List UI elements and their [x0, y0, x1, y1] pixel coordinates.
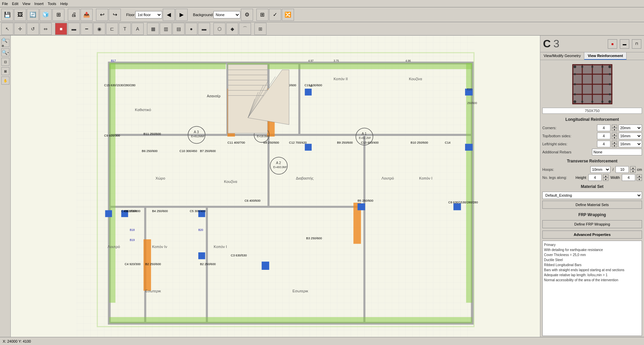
section-view-btn2[interactable]: ▬ — [620, 39, 629, 49]
background-select[interactable]: None — [213, 11, 240, 18]
select-btn[interactable]: ↖ — [1, 23, 13, 35]
redo-btn[interactable]: ↪ — [109, 9, 121, 21]
height-spinner[interactable]: ▲▼ — [603, 174, 608, 181]
column-btn[interactable]: ■ — [55, 23, 67, 35]
zoom-out-btn[interactable]: 🔍- — [1, 48, 9, 56]
3d-btn[interactable]: 🧊 — [40, 9, 52, 21]
main-area: 🔍+ 🔍- ⊡ ⊠ ✋ — [0, 36, 644, 337]
menu-bar: File Edit View Insert Tools Help — [0, 0, 644, 7]
undo-btn[interactable]: ↩ — [96, 9, 108, 21]
svg-rect-20 — [109, 317, 473, 323]
solid-btn[interactable]: ◆ — [226, 23, 238, 35]
twall-btn[interactable]: T — [119, 23, 131, 35]
navigate-btn[interactable]: 🔀 — [282, 9, 294, 21]
top-bottom-label: Top/bottom sides: — [542, 134, 596, 138]
column-number: 3 — [553, 38, 559, 50]
section-view-btn3[interactable]: ⊓ — [632, 39, 641, 49]
poly-btn[interactable]: ⬡ — [213, 23, 226, 35]
panel-tabs: View/Modify Geometry View Reinforcement — [540, 52, 644, 60]
tab-reinforcement[interactable]: View Reinforcement — [584, 52, 627, 60]
corners-spinner[interactable]: ▲▼ — [612, 125, 617, 131]
refresh-btn[interactable]: 🔄 — [27, 9, 39, 21]
top-bottom-value[interactable]: 4 — [597, 133, 610, 139]
svg-text:E=812MΜ²: E=812MΜ² — [191, 135, 204, 138]
section-view-btn1[interactable]: ■ — [608, 39, 617, 49]
left-right-spinner[interactable]: ▲▼ — [612, 141, 617, 147]
more-btn[interactable]: ⊞ — [254, 23, 266, 35]
hoops-select[interactable]: 10mm — [590, 166, 610, 173]
svg-text:Λουτρό: Λουτρό — [107, 245, 120, 249]
circle-btn[interactable]: ◉ — [93, 23, 105, 35]
ramp-btn[interactable]: ▤ — [172, 23, 185, 35]
menu-file[interactable]: File — [2, 2, 8, 6]
menu-view[interactable]: View — [22, 2, 31, 6]
slab-btn[interactable]: ▦ — [147, 23, 159, 35]
lwall-btn[interactable]: ⊏ — [106, 23, 118, 35]
material-select[interactable]: Default_Existing — [542, 192, 642, 199]
export-btn[interactable]: 📤 — [81, 9, 93, 21]
svg-text:B20: B20 — [198, 229, 203, 232]
view-btn1[interactable]: ⊞ — [256, 9, 268, 21]
width-value[interactable]: 4 — [622, 174, 635, 181]
menu-tools[interactable]: Tools — [48, 2, 56, 6]
corners-size-select[interactable]: 20mm — [618, 125, 642, 131]
corners-value[interactable]: 4 — [597, 125, 610, 131]
left-right-value[interactable]: 4 — [597, 141, 610, 147]
define-frp-btn[interactable]: Define FRP Wrapping — [542, 220, 642, 228]
rotate-btn[interactable]: ↺ — [27, 23, 39, 35]
floor-prev-btn[interactable]: ◀ — [163, 9, 175, 21]
zoom-in-btn[interactable]: 🔍+ — [1, 39, 9, 47]
pipe-btn[interactable]: ▬ — [198, 23, 210, 35]
grid-btn[interactable]: ⊞ — [52, 9, 64, 21]
floor-label: Floor — [126, 13, 135, 17]
view-btn2[interactable]: ✓ — [269, 9, 281, 21]
info-text: Primary With detailing for earthquake re… — [542, 241, 642, 336]
svg-text:Λουτρό: Λουτρό — [382, 176, 394, 180]
new-btn[interactable]: 💾 — [1, 9, 13, 21]
floor-select[interactable]: 1st floor — [135, 11, 162, 18]
menu-edit[interactable]: Edit — [12, 2, 18, 6]
toolbar-row2: ↖ ✛ ↺ ⇔ ■ ▬ ━ ◉ ⊏ T A ▦ ▥ ▤ ● ▬ ⬡ ◆ ⌒ ⊞ — [0, 22, 644, 36]
svg-rect-18 — [109, 63, 115, 303]
move-btn[interactable]: ✛ — [14, 23, 26, 35]
width-spinner[interactable]: ▲▼ — [637, 174, 642, 181]
menu-help[interactable]: Help — [60, 2, 68, 6]
top-bottom-spinner[interactable]: ▲▼ — [612, 133, 617, 139]
canvas-area[interactable]: C15 630/1530/280/280 B11 250/600 B34 B12… — [11, 36, 540, 337]
svg-text:Εσωτερικ: Εσωτερικ — [145, 289, 161, 293]
left-right-size-select[interactable]: 16mm — [618, 141, 642, 147]
svg-point-126 — [574, 100, 576, 103]
svg-point-121 — [609, 73, 611, 75]
beam-btn[interactable]: ━ — [81, 23, 93, 35]
height-value[interactable]: 4 — [588, 174, 602, 181]
menu-insert[interactable]: Insert — [34, 2, 44, 6]
mirror-btn[interactable]: ⇔ — [40, 23, 52, 35]
section-preview — [572, 64, 612, 104]
print-btn[interactable]: 🖨 — [68, 9, 80, 21]
hoops-spinner[interactable]: ▲▼ — [630, 166, 636, 173]
bg-settings-btn[interactable]: ⚙ — [241, 9, 253, 21]
pan-btn[interactable]: ✋ — [1, 77, 9, 85]
svg-text:B5 250/600: B5 250/600 — [125, 209, 141, 213]
zoom-select-btn[interactable]: ⊠ — [1, 67, 9, 75]
define-material-btn[interactable]: Define Material Sets — [542, 201, 642, 209]
stair-btn[interactable]: ▥ — [160, 23, 172, 35]
tab-geometry[interactable]: View/Modify Geometry — [540, 52, 584, 60]
svg-text:250/600: 250/600 — [467, 102, 477, 105]
right-panel: C 3 ■ ▬ ⊓ View/Modify Geometry View Rein… — [540, 36, 644, 337]
svg-text:B10 250/600: B10 250/600 — [411, 141, 428, 144]
svg-text:Κοπόν ΙΙ: Κοπόν ΙΙ — [334, 77, 348, 81]
floor-next-btn[interactable]: ▶ — [176, 9, 188, 21]
svg-text:C11 400/700: C11 400/700 — [228, 141, 245, 144]
advanced-properties-btn[interactable]: Advanced Properties — [542, 231, 642, 239]
zoom-fit-btn[interactable]: ⊡ — [1, 58, 9, 66]
svg-text:W: W — [310, 84, 313, 88]
text-btn[interactable]: A — [132, 23, 144, 35]
hoops-spacing[interactable]: 10 — [615, 166, 629, 173]
curve-btn[interactable]: ⌒ — [239, 23, 251, 35]
svg-text:4.97: 4.97 — [308, 59, 313, 62]
top-bottom-size-select[interactable]: 16mm — [618, 133, 642, 139]
open-btn[interactable]: 🖼 — [14, 9, 26, 21]
wall-btn[interactable]: ▬ — [68, 23, 80, 35]
circle2-btn[interactable]: ● — [185, 23, 197, 35]
